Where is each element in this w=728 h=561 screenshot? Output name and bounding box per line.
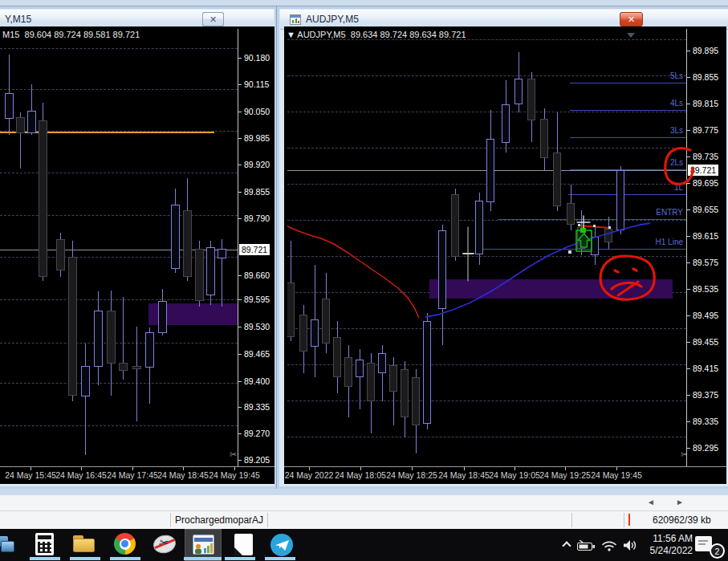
- level-line-H1 Line: [482, 249, 686, 250]
- candle-body: [344, 357, 352, 387]
- axis-price-label: 90.180: [244, 53, 270, 63]
- tray-chevron-icon[interactable]: [562, 541, 571, 550]
- axis-tick: [687, 289, 690, 290]
- candle-body: [616, 170, 624, 230]
- taskbar-item-calculator[interactable]: [33, 533, 57, 557]
- level-label: 4Ls: [670, 99, 683, 108]
- axis-price-label: 89.400: [244, 376, 270, 386]
- axis-price-label: 89.530: [244, 322, 270, 331]
- current-price-tag: 89.721: [688, 165, 718, 176]
- axis-tick: [687, 262, 690, 263]
- axis-price-label: 89.295: [693, 443, 718, 453]
- candle-body: [119, 363, 128, 371]
- axis-price-label: 89.855: [693, 72, 718, 82]
- taskbar-item-chrome[interactable]: [114, 533, 138, 557]
- candle-body: [475, 201, 483, 254]
- volume-icon[interactable]: [623, 539, 637, 551]
- candle-body: [389, 365, 397, 392]
- taskbar: ✂ 11:56 AM: [0, 529, 728, 561]
- axis-price-label: 89.920: [244, 160, 270, 169]
- candle-body: [540, 119, 548, 158]
- time-label: 24 May 18:45: [157, 470, 209, 480]
- account-name: ProchargedmoparAJ: [175, 514, 263, 526]
- close-button[interactable]: ✕: [620, 12, 643, 26]
- tray-clock[interactable]: 11:56 AM 5/24/2022: [638, 533, 693, 557]
- chart-tool-icon[interactable]: ✂: [230, 449, 237, 460]
- candle-wick: [85, 344, 86, 455]
- close-button[interactable]: ✕: [202, 12, 224, 26]
- wifi-icon[interactable]: [601, 540, 617, 551]
- taskbar-item-snipping-tool[interactable]: ✂: [153, 533, 177, 557]
- time-label: 24 May 18:25: [386, 470, 437, 480]
- axis-price-label: 89.415: [693, 364, 718, 373]
- price-axis-m5: 89.89589.85589.81589.77589.73589.69589.6…: [686, 29, 726, 466]
- battery-icon[interactable]: [577, 540, 596, 551]
- candle-body: [287, 283, 295, 337]
- gridline: [287, 75, 686, 76]
- axis-price-label: 89.615: [693, 231, 718, 241]
- level-label: 5Ls: [670, 71, 683, 80]
- time-label: 24 May 19:45: [591, 470, 642, 480]
- axis-tick: [687, 104, 690, 104]
- level-label: 3Ls: [670, 126, 683, 135]
- axis-tick: [238, 407, 242, 408]
- running-app-indicator: [70, 557, 100, 560]
- scroll-right-button[interactable]: ►: [676, 498, 684, 506]
- gridline: [0, 383, 238, 384]
- candle-body: [218, 249, 226, 258]
- candle-body: [412, 377, 420, 425]
- axis-price-label: 89.205: [244, 455, 270, 465]
- axis-tick: [238, 381, 242, 382]
- traffic-bar: [628, 514, 630, 526]
- candle-body: [183, 210, 192, 277]
- time-label: 24 May 18:45: [438, 470, 490, 480]
- divider: [571, 513, 572, 527]
- axis-tick: [238, 165, 242, 165]
- candle-body: [486, 139, 494, 202]
- axis-tick: [238, 433, 242, 434]
- divider: [624, 513, 624, 527]
- candle-body: [378, 353, 386, 373]
- axis-tick: [238, 84, 242, 85]
- candle-body: [423, 321, 431, 424]
- axis-tick: [687, 183, 690, 184]
- axis-price-label: 89.660: [244, 270, 270, 280]
- axis-tick: [687, 157, 690, 157]
- zone-rectangle: [429, 279, 673, 299]
- gridline: [0, 425, 238, 426]
- axis-price-label: 89.855: [244, 187, 270, 197]
- candle-body: [311, 319, 319, 347]
- taskbar-item-telegram[interactable]: [270, 534, 293, 556]
- time-label: 24 May 19:05: [489, 470, 540, 480]
- taskbar-item-metatrader[interactable]: [192, 533, 216, 557]
- chart-plot-m15[interactable]: ✂: [0, 29, 238, 466]
- chart-plot-m5[interactable]: 5Ls4Ls3Ls2Ls1LENTRYH1 Line✂: [287, 29, 686, 466]
- taskbar-item-file-explorer[interactable]: [73, 533, 97, 557]
- axis-tick: [687, 77, 690, 78]
- candle-body: [527, 79, 535, 120]
- level-line-5Ls: [570, 83, 686, 83]
- axis-tick: [238, 192, 242, 193]
- axis-tick: [687, 395, 690, 396]
- axis-tick: [687, 236, 690, 237]
- gridline: [0, 173, 238, 173]
- axis-tick: [238, 460, 242, 461]
- level-label: 1L: [674, 183, 683, 192]
- candle-body: [299, 315, 307, 352]
- status-bar: ProchargedmoparAJ 620962/39 kb: [0, 511, 728, 529]
- running-app-indicator: [225, 557, 255, 560]
- chart-tool-icon[interactable]: ✂: [681, 449, 686, 460]
- desktop: Y,M15 ✕ AUDJPY,M5 ✕ M15: [0, 0, 728, 561]
- axis-tick: [238, 299, 242, 300]
- candle-body: [56, 239, 65, 270]
- window-title: AUDJPY,M5: [306, 14, 359, 25]
- candle-body: [401, 369, 409, 417]
- axis-tick: [238, 58, 242, 59]
- start-button[interactable]: [0, 533, 19, 557]
- candle-body: [94, 311, 103, 367]
- axis-tick: [238, 112, 242, 112]
- taskbar-item-notes[interactable]: [232, 533, 256, 557]
- candle-body: [591, 237, 599, 255]
- axis-tick: [687, 368, 690, 369]
- scroll-left-button[interactable]: ◄: [647, 498, 655, 506]
